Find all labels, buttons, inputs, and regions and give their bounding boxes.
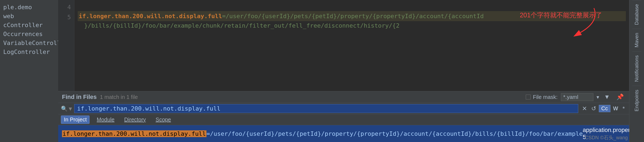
magnifier-icon: 🔍	[61, 105, 68, 112]
find-bar-title: Find in Files	[62, 93, 97, 101]
attribution: CSDN ©石头_wang	[585, 134, 628, 141]
right-panel-endpoints[interactable]: Endpoints	[632, 86, 641, 115]
tab-in-project[interactable]: In Project	[61, 115, 90, 124]
search-icon-area: 🔍 ▼	[61, 105, 72, 112]
code-key: if.longer.than.200.will.not.display.full	[79, 13, 222, 20]
file-mask-dropdown-icon[interactable]: ▼	[597, 95, 599, 100]
sidebar-item-web[interactable]: web	[0, 12, 58, 21]
code-line-4	[78, 2, 626, 11]
editor-area: 4 5 if.longer.than.200.will.not.display.…	[58, 0, 629, 142]
find-bar: Find in Files 1 match in 1 file File mas…	[58, 91, 629, 103]
search-row: 🔍 ▼ ✕ ↺ Cc W *	[58, 103, 629, 114]
search-dropdown-icon[interactable]: ▼	[69, 105, 72, 112]
case-sensitive-button[interactable]: Cc	[599, 105, 610, 112]
right-panel-maven[interactable]: Maven	[632, 29, 641, 51]
result-rest-text: =/user/foo/{userId}/pets/{petId}/propert…	[206, 130, 583, 137]
red-arrow-icon	[553, 5, 607, 38]
line-number-4: 4	[58, 2, 74, 12]
line-number-5: 5	[58, 12, 74, 22]
code-continuation: }/bills/{billId}/foo/bar/example/chunk/r…	[78, 21, 626, 30]
file-mask-checkbox[interactable]	[526, 95, 531, 99]
filter-icon-button[interactable]: ▼	[602, 93, 612, 101]
pin-icon-button[interactable]: 📌	[615, 93, 625, 101]
sidebar-item-log-controller[interactable]: LogController	[0, 47, 58, 56]
line-numbers: 4 5	[58, 0, 74, 91]
tab-scope[interactable]: Scope	[153, 116, 174, 124]
sidebar-item-controller[interactable]: cController	[0, 21, 58, 30]
right-panel-notifications[interactable]: Notifications	[632, 51, 641, 86]
find-bar-match: 1 match in 1 file	[100, 94, 523, 100]
sidebar-item-variable-controller[interactable]: VariableController	[0, 38, 58, 47]
result-highlight-text: if.longer.than.200.will.not.display.full	[62, 130, 206, 137]
code-continuation-text: }/bills/{billId}/foo/bar/example/chunk/r…	[84, 22, 400, 29]
clear-search-button[interactable]: ✕	[580, 105, 589, 113]
code-value: =/user/foo/{userId}/pets/{petId}/propert…	[222, 13, 484, 20]
right-panel: Database Maven Notifications Endpoints	[629, 0, 644, 142]
tab-module[interactable]: Module	[94, 116, 117, 124]
search-input[interactable]	[74, 104, 578, 113]
scope-row: In Project Module Directory Scope	[58, 114, 629, 125]
file-mask-label: File mask:	[526, 94, 557, 100]
search-actions: ✕ ↺ Cc W *	[580, 105, 626, 113]
code-content[interactable]: if.longer.than.200.will.not.display.full…	[74, 0, 629, 91]
refresh-search-button[interactable]: ↺	[590, 105, 598, 113]
sidebar: ple.demo web cController Occurrences Var…	[0, 0, 58, 142]
whole-word-button[interactable]: W	[612, 105, 620, 112]
code-section: 4 5 if.longer.than.200.will.not.display.…	[58, 0, 629, 91]
sidebar-item-demo[interactable]: ple.demo	[0, 3, 58, 12]
tab-directory[interactable]: Directory	[121, 116, 149, 124]
regex-button[interactable]: *	[621, 105, 626, 113]
right-panel-database[interactable]: Database	[632, 0, 641, 29]
file-mask-input[interactable]	[561, 93, 593, 101]
results-row[interactable]: if.longer.than.200.will.not.display.full…	[58, 125, 629, 142]
sidebar-item-occurrences[interactable]: Occurrences	[0, 30, 58, 38]
